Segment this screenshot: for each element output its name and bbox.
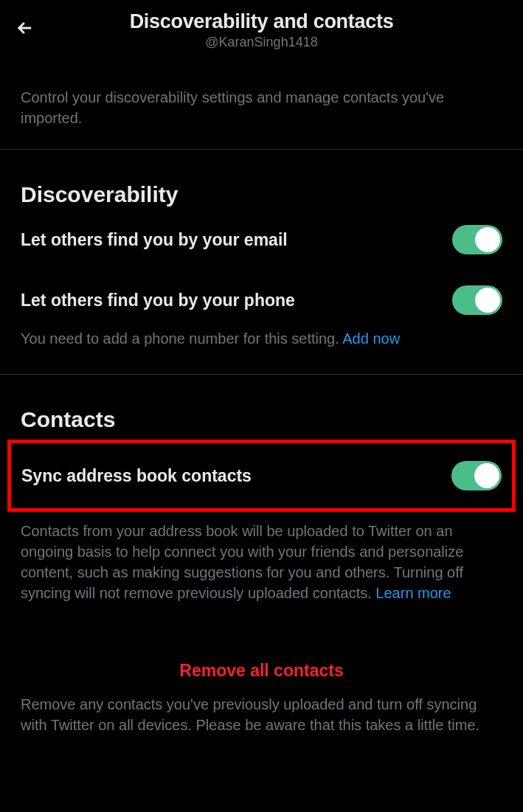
contacts-title: Contacts (21, 375, 502, 432)
sync-helper-text: Contacts from your address book will be … (21, 512, 502, 628)
phone-helper-label: You need to add a phone number for this … (21, 330, 342, 347)
toggle-knob (475, 288, 500, 313)
find-by-email-row: Let others find you by your email (21, 207, 502, 268)
page-subtitle: @KaranSingh1418 (12, 35, 511, 50)
learn-more-link[interactable]: Learn more (375, 585, 451, 601)
header-titles: Discoverability and contacts @KaranSingh… (12, 10, 511, 50)
header: Discoverability and contacts @KaranSingh… (0, 0, 523, 62)
find-by-email-label: Let others find you by your email (21, 230, 288, 250)
contacts-section: Contacts Sync address book contacts Cont… (0, 375, 523, 760)
remove-all-contacts-button[interactable]: Remove all contacts (21, 628, 502, 694)
sync-contacts-row: Sync address book contacts (7, 440, 516, 512)
phone-helper-text: You need to add a phone number for this … (21, 328, 502, 374)
back-button[interactable] (12, 15, 38, 41)
page-description: Control your discoverability settings an… (0, 62, 523, 150)
find-by-email-toggle[interactable] (452, 225, 502, 254)
remove-helper-text: Remove any contacts you've previously up… (21, 694, 502, 760)
sync-contacts-toggle[interactable] (451, 461, 502, 490)
toggle-knob (474, 463, 499, 488)
add-now-link[interactable]: Add now (342, 330, 400, 347)
find-by-phone-label: Let others find you by your phone (21, 291, 295, 310)
page-title: Discoverability and contacts (12, 10, 511, 33)
toggle-knob (475, 227, 500, 252)
discoverability-title: Discoverability (21, 150, 502, 207)
arrow-left-icon (15, 18, 35, 38)
find-by-phone-row: Let others find you by your phone (21, 268, 502, 328)
sync-contacts-label: Sync address book contacts (21, 466, 252, 486)
find-by-phone-toggle[interactable] (452, 285, 502, 315)
discoverability-section: Discoverability Let others find you by y… (0, 150, 523, 375)
